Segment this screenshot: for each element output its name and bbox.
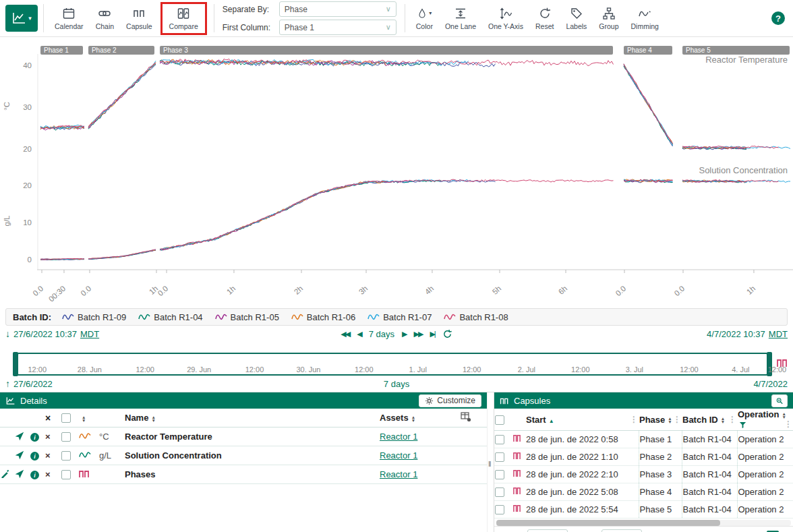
group-button[interactable]: Group <box>593 5 624 32</box>
row-checkbox[interactable] <box>61 451 71 461</box>
worksheet-view-button[interactable]: ▾ <box>5 5 38 32</box>
capsule-row[interactable]: 28 de jun. de 2022 2:10Phase 3Batch R1-0… <box>494 466 793 483</box>
auto-update-icon[interactable] <box>442 329 452 339</box>
separate-by-select[interactable]: Phase ∨ <box>279 1 396 17</box>
sort-icon[interactable] <box>721 417 725 423</box>
column-header-batch[interactable]: Batch ID <box>682 415 718 425</box>
one-lane-button[interactable]: One Lane <box>440 5 481 32</box>
investigate-duration[interactable]: 7 days <box>384 379 409 389</box>
details-row[interactable]: i×g/LSolution ConcentrationReactor 1 <box>0 446 487 465</box>
column-header-start[interactable]: Start <box>526 415 546 425</box>
sort-icon[interactable] <box>782 412 786 419</box>
asset-link[interactable]: Reactor 1 <box>380 432 417 442</box>
column-settings-icon[interactable] <box>461 412 471 422</box>
column-header-name[interactable]: Name <box>125 413 148 423</box>
range-duration[interactable]: 7 days <box>369 329 394 339</box>
help-button[interactable]: ? <box>771 11 785 25</box>
row-checkbox[interactable] <box>495 452 504 462</box>
sort-icon[interactable] <box>411 415 415 422</box>
details-row[interactable]: i×°CReactor TemperatureReactor 1 <box>0 427 487 446</box>
customize-button[interactable]: Customize <box>419 394 481 407</box>
jump-up-icon[interactable]: ↑ <box>5 378 10 389</box>
sort-icon[interactable] <box>668 417 672 423</box>
info-icon[interactable]: i <box>30 471 39 479</box>
horizontal-scrollbar[interactable] <box>496 520 791 526</box>
column-header-operation[interactable]: Operation <box>738 409 779 419</box>
labels-button[interactable]: Labels <box>560 5 592 32</box>
capsule-button[interactable]: Capsule <box>121 5 158 32</box>
step-back-half-icon[interactable]: ◀ <box>357 330 361 338</box>
sort-icon[interactable] <box>151 415 155 422</box>
row-checkbox[interactable] <box>495 487 504 497</box>
one-y-axis-button[interactable]: One Y-Axis <box>483 5 529 32</box>
select-all-checkbox[interactable] <box>61 413 71 423</box>
color-button[interactable]: ▾ Color <box>411 5 438 32</box>
chain-button[interactable]: Chain <box>90 5 119 32</box>
remove-icon[interactable]: × <box>45 432 51 442</box>
trend-plot[interactable]: Reactor Temperature403020°CSolution Conc… <box>0 37 793 307</box>
range-start-timezone[interactable]: MDT <box>80 329 99 339</box>
column-menu-icon[interactable]: ⋮ <box>728 415 736 424</box>
step-forward-half-icon[interactable]: ▶ <box>402 330 406 338</box>
zoom-to-capsule-button[interactable] <box>771 394 788 407</box>
row-checkbox[interactable] <box>61 432 71 442</box>
capsule-row[interactable]: 28 de jun. de 2022 1:10Phase 2Batch R1-0… <box>494 448 793 466</box>
derive-icon[interactable] <box>14 469 24 479</box>
item-name[interactable]: Solution Concentration <box>125 450 222 461</box>
range-end[interactable]: 4/7/2022 10:37 <box>707 329 765 339</box>
dimming-button[interactable]: Dimming <box>626 5 664 32</box>
investigate-end[interactable]: 4/7/2022 <box>753 379 788 389</box>
remove-all-icon[interactable]: × <box>45 413 51 423</box>
column-menu-icon[interactable]: ⋮ <box>673 415 681 424</box>
phase-header-chip[interactable]: Phase 3 <box>160 46 613 55</box>
filter-icon[interactable] <box>739 421 746 429</box>
derive-icon[interactable] <box>14 431 24 441</box>
item-name[interactable]: Reactor Temperature <box>125 432 212 442</box>
step-back-full-icon[interactable]: ◀◀ <box>341 330 349 338</box>
scrubber-left-handle[interactable] <box>13 352 18 376</box>
panel-splitter[interactable]: ‖ <box>487 392 494 532</box>
batch-legend-item[interactable]: Batch R1-08 <box>444 312 508 322</box>
step-to-now-icon[interactable]: ▶| <box>430 330 434 338</box>
timeline-scrubber[interactable]: 12:0028. Jun12:0029. Jun12:0030. Jun12:0… <box>0 353 793 376</box>
asset-link[interactable]: Reactor 1 <box>380 469 417 479</box>
column-header-assets[interactable]: Assets <box>380 413 409 423</box>
batch-legend-item[interactable]: Batch R1-06 <box>291 312 355 322</box>
sort-icon[interactable] <box>82 415 86 422</box>
capsule-row[interactable]: 28 de jun. de 2022 5:54Phase 5Batch R1-0… <box>494 501 793 519</box>
batch-legend-item[interactable]: Batch R1-09 <box>62 312 126 322</box>
row-checkbox[interactable] <box>495 435 504 444</box>
jump-to-start-icon[interactable]: ↓ <box>5 328 10 339</box>
first-column-select[interactable]: Phase 1 ∨ <box>279 20 396 35</box>
column-menu-icon[interactable]: ⋮ <box>784 419 792 429</box>
select-all-checkbox[interactable] <box>495 415 504 425</box>
reset-button[interactable]: Reset <box>530 5 559 32</box>
row-checkbox[interactable] <box>495 470 504 479</box>
derive-icon[interactable] <box>14 450 24 460</box>
asset-link[interactable]: Reactor 1 <box>380 450 417 461</box>
calendar-button[interactable]: Calendar <box>49 5 89 32</box>
scrubber-selected-range[interactable] <box>16 353 769 376</box>
info-icon[interactable]: i <box>30 433 39 442</box>
remove-icon[interactable]: × <box>45 469 51 479</box>
info-icon[interactable]: i <box>30 452 39 461</box>
phase-header-chip[interactable]: Phase 1 <box>40 46 83 55</box>
edit-pencil-icon[interactable] <box>1 469 9 480</box>
row-checkbox[interactable] <box>495 505 504 514</box>
remove-icon[interactable]: × <box>45 450 51 461</box>
show-select[interactable]: 100 ∨ <box>601 529 642 532</box>
column-header-phase[interactable]: Phase <box>639 415 665 425</box>
range-end-timezone[interactable]: MDT <box>769 329 788 339</box>
investigate-start[interactable]: 27/6/2022 <box>13 379 53 389</box>
capsule-row[interactable]: 28 de jun. de 2022 5:08Phase 4Batch R1-0… <box>494 483 793 501</box>
item-name[interactable]: Phases <box>125 469 156 479</box>
range-start[interactable]: 27/6/2022 10:37 <box>13 329 77 339</box>
details-row[interactable]: i×PhasesReactor 1 <box>0 465 487 484</box>
phase-header-chip[interactable]: Phase 2 <box>88 46 154 55</box>
capsule-row[interactable]: 28 de jun. de 2022 0:58Phase 1Batch R1-0… <box>494 431 793 448</box>
splitter-grip-icon[interactable]: ‖ <box>488 460 492 468</box>
column-menu-icon[interactable]: ⋮ <box>630 415 638 424</box>
batch-legend-item[interactable]: Batch R1-04 <box>138 312 202 322</box>
scrollbar-thumb[interactable] <box>496 520 720 526</box>
step-forward-full-icon[interactable]: ▶▶ <box>413 330 422 338</box>
